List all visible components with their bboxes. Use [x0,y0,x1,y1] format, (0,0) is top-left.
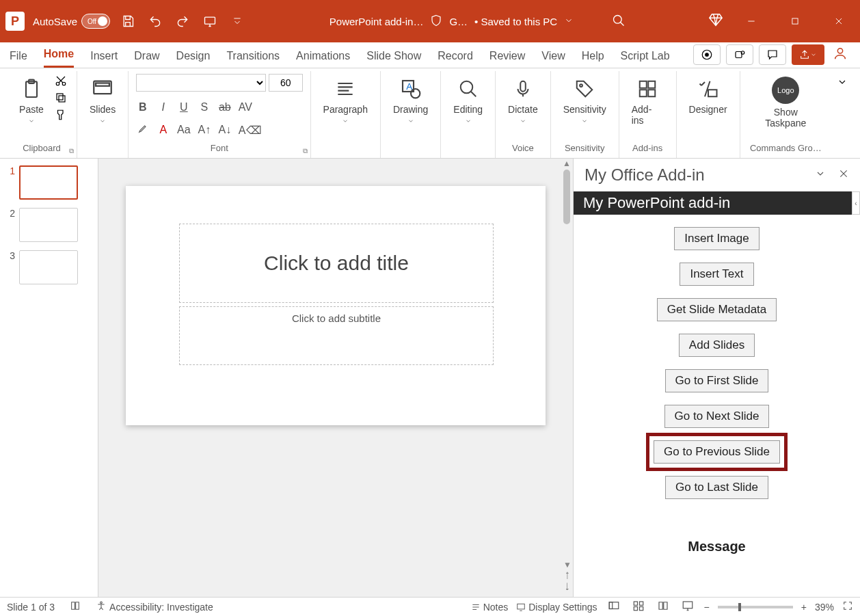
font-size-select[interactable] [269,74,303,92]
maximize-button[interactable] [779,10,811,32]
new-slide-button[interactable]: Slides [85,74,120,127]
strikethrough-icon[interactable]: ab [218,101,232,113]
notes-button[interactable]: Notes [471,602,509,613]
font-launcher-icon[interactable]: ⧉ [303,147,308,155]
close-button[interactable] [823,10,855,32]
underline-icon[interactable]: U [177,101,191,113]
search-icon[interactable] [612,14,626,29]
copy-icon[interactable] [53,91,68,104]
insert-image-button[interactable]: Insert Image [674,227,760,250]
minimize-button[interactable] [736,10,767,32]
tab-home[interactable]: Home [44,42,74,68]
account-icon[interactable] [830,46,850,64]
display-settings-button[interactable]: Display Settings [516,602,597,613]
drawing-button[interactable]: A Drawing [389,74,432,127]
slide-sorter-icon[interactable] [630,600,647,614]
character-spacing-icon[interactable]: AV [239,101,252,113]
zoom-out-button[interactable]: − [704,602,710,613]
cut-icon[interactable] [53,74,68,87]
tab-insert[interactable]: Insert [90,44,118,68]
go-previous-slide-button[interactable]: Go to Previous Slide [654,440,780,464]
undo-icon[interactable] [146,12,165,31]
tab-view[interactable]: View [541,44,565,68]
tab-slideshow[interactable]: Slide Show [366,44,421,68]
paragraph-button[interactable]: Paragraph [319,74,372,127]
sensitivity-button[interactable]: Sensitivity [559,74,610,127]
tab-file[interactable]: File [10,44,27,68]
addins-button[interactable]: Add-ins [628,74,668,129]
scroll-down-icon[interactable]: ▼ [563,560,572,570]
save-icon[interactable] [118,12,137,31]
accessibility-text[interactable]: Accessibility: Investigate [109,602,213,613]
tab-design[interactable]: Design [176,44,211,68]
prev-slide-nav-icon[interactable]: ⭡ [563,571,572,580]
autosave-toggle[interactable]: AutoSave Off [33,14,110,29]
title-placeholder[interactable]: Click to add title [179,224,494,303]
insert-text-button[interactable]: Insert Text [680,263,753,286]
scroll-up-icon[interactable]: ▲ [562,159,572,168]
zoom-slider[interactable] [718,606,793,608]
comments-icon[interactable] [759,44,786,65]
tab-help[interactable]: Help [582,44,604,68]
dictate-button[interactable]: Dictate [504,74,542,127]
svg-point-7 [837,49,842,53]
tab-draw[interactable]: Draw [134,44,159,68]
camera-icon[interactable] [693,44,721,65]
next-slide-nav-icon[interactable]: ⭣ [563,582,572,591]
zoom-value[interactable]: 39% [815,602,834,613]
go-first-slide-button[interactable]: Go to First Slide [665,369,769,392]
increase-font-icon[interactable]: A↑ [198,124,211,136]
tab-transitions[interactable]: Transitions [226,44,280,68]
diamond-icon[interactable] [708,12,723,30]
font-family-select[interactable] [136,74,266,92]
tab-record[interactable]: Record [438,44,473,68]
designer-button[interactable]: Designer [685,74,731,118]
go-next-slide-button[interactable]: Go to Next Slide [664,405,770,428]
show-taskpane-button[interactable]: Logo Show Taskpane [749,74,823,131]
tab-review[interactable]: Review [489,44,525,68]
add-slides-button[interactable]: Add Slides [679,334,755,357]
slideshow-view-icon[interactable] [680,600,696,614]
zoom-slider-thumb[interactable] [738,603,741,611]
thumb-3[interactable]: 3 [5,250,92,284]
redo-icon[interactable] [173,12,192,31]
subtitle-placeholder[interactable]: Click to add subtitle [179,306,494,365]
font-color-icon[interactable]: A [157,124,170,136]
taskpane-menu-icon[interactable] [815,168,826,182]
change-case-icon[interactable]: Aa [177,124,191,136]
paste-button[interactable]: Paste [15,74,48,127]
highlight-icon[interactable] [136,123,150,137]
thumb-1[interactable]: 1 [5,165,92,200]
decrease-font-icon[interactable]: A↓ [218,124,232,136]
clipboard-launcher-icon[interactable]: ⧉ [69,147,74,155]
slide-canvas[interactable]: Click to add title Click to add subtitle [126,186,546,425]
fit-to-window-icon[interactable] [842,600,853,613]
scroll-thumb[interactable] [563,170,570,224]
from-beginning-icon[interactable] [200,12,219,31]
zoom-in-button[interactable]: + [801,602,807,613]
svg-rect-34 [639,607,643,611]
clear-formatting-icon[interactable]: A⌫ [239,124,252,137]
go-last-slide-button[interactable]: Go to Last Slide [665,476,768,499]
taskpane-expand-icon[interactable]: ‹ [852,191,860,215]
tab-scriptlab[interactable]: Script Lab [621,44,670,68]
shadow-icon[interactable]: S [198,101,211,113]
bold-icon[interactable]: B [136,101,150,113]
normal-view-icon[interactable] [606,600,622,614]
thumb-2[interactable]: 2 [5,208,92,242]
share-button[interactable] [792,44,824,65]
reading-view-icon[interactable] [655,600,671,614]
save-dropdown-icon[interactable] [564,16,574,27]
qat-customize-icon[interactable] [228,12,247,31]
format-painter-icon[interactable] [53,109,68,122]
italic-icon[interactable]: I [157,101,170,113]
editing-button[interactable]: Editing [449,74,487,127]
tab-animations[interactable]: Animations [296,44,350,68]
collapse-ribbon-icon[interactable] [831,71,853,158]
teams-icon[interactable] [726,44,753,65]
ribbon: Paste Clipboard ⧉ Slides [0,68,860,159]
book-icon[interactable] [70,600,81,613]
editor-scrollbar[interactable]: ▲ [562,159,572,597]
taskpane-close-icon[interactable] [838,168,849,182]
get-slide-metadata-button[interactable]: Get Slide Metadata [657,298,777,321]
